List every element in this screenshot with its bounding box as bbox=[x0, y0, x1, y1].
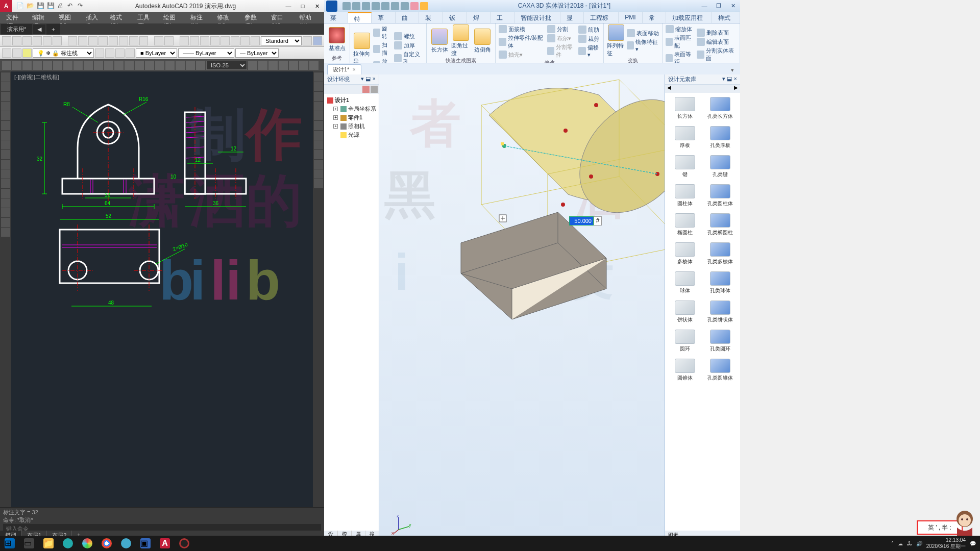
arc-tool-icon[interactable] bbox=[1, 102, 10, 111]
ribbon-tab[interactable]: 草图 bbox=[372, 12, 396, 23]
trim-tool-icon[interactable] bbox=[314, 160, 323, 169]
cx-qat-icon[interactable] bbox=[420, 2, 428, 10]
datum-point-button[interactable]: 基准点 bbox=[327, 27, 347, 52]
qat-new-icon[interactable]: 📄 bbox=[16, 2, 24, 10]
menu-item[interactable]: 参数(P) bbox=[240, 12, 267, 23]
ribbon-tab[interactable]: 焊接 bbox=[467, 12, 491, 23]
tb-icon[interactable] bbox=[289, 61, 298, 70]
minimize-button[interactable]: — bbox=[281, 1, 296, 11]
stretch-tool-icon[interactable] bbox=[314, 150, 323, 159]
extrude-wizard-button[interactable]: 拉伸向导 bbox=[353, 33, 371, 65]
pin-icon[interactable]: ▾ ⬓ bbox=[722, 76, 732, 82]
dimstyle-select[interactable]: ISO-25 bbox=[206, 61, 247, 70]
mtext-tool-icon[interactable] bbox=[1, 189, 10, 198]
tb-icon[interactable] bbox=[309, 61, 318, 70]
cx-qat-icon[interactable] bbox=[372, 2, 380, 10]
elib-nav-left-icon[interactable]: ◀ bbox=[667, 85, 671, 93]
cx-qat-icon[interactable] bbox=[401, 2, 409, 10]
region-tool-icon[interactable] bbox=[1, 169, 10, 179]
tb-icon[interactable] bbox=[180, 36, 189, 45]
tb-icon[interactable] bbox=[22, 61, 32, 70]
tb-icon[interactable] bbox=[43, 61, 52, 70]
tb-icon[interactable] bbox=[12, 36, 21, 45]
tree-root[interactable]: 设计1 bbox=[326, 96, 377, 105]
element-item[interactable]: 孔类多棱体 bbox=[703, 240, 739, 269]
donut-tool-icon[interactable] bbox=[1, 228, 10, 237]
menu-item[interactable]: 编辑(E) bbox=[28, 12, 55, 23]
ribbon-tab[interactable]: 特征 bbox=[348, 12, 372, 23]
pline-tool-icon[interactable] bbox=[1, 82, 10, 91]
sweep-button[interactable]: 扫描 bbox=[373, 41, 392, 57]
tb-icon[interactable] bbox=[303, 36, 312, 45]
autocad-task-button[interactable]: A bbox=[155, 536, 175, 551]
chrome-button[interactable] bbox=[97, 536, 116, 551]
close-panel-icon[interactable]: × bbox=[373, 76, 376, 82]
spline-tool-icon[interactable] bbox=[1, 131, 10, 140]
tree-node[interactable]: +全局坐标系 bbox=[326, 105, 377, 113]
element-item[interactable]: 椭圆柱 bbox=[667, 211, 703, 240]
elib-nav-right-icon[interactable]: ▶ bbox=[734, 85, 738, 93]
offset-button[interactable]: 偏移▾ bbox=[578, 43, 600, 59]
hatch-tool-icon[interactable] bbox=[1, 140, 10, 149]
tb-icon[interactable] bbox=[164, 36, 174, 45]
menu-item[interactable]: 视图(V) bbox=[55, 12, 81, 23]
new-tab-button[interactable]: ＋ bbox=[46, 24, 60, 35]
ribbon-tab[interactable]: 曲面 bbox=[396, 12, 420, 23]
point-tool-icon[interactable] bbox=[1, 150, 10, 159]
menu-item[interactable]: 标注(N) bbox=[186, 12, 213, 23]
tb-icon[interactable] bbox=[231, 36, 240, 45]
element-item[interactable]: 多棱体 bbox=[667, 240, 703, 269]
pin-icon[interactable]: ▾ ⬓ bbox=[361, 76, 371, 82]
tb-icon[interactable] bbox=[154, 36, 163, 45]
tb-icon[interactable] bbox=[251, 36, 260, 45]
tb-icon[interactable] bbox=[115, 48, 125, 58]
tb-icon[interactable] bbox=[125, 61, 134, 70]
layer-select[interactable]: 💡 ❄ 🔒 标注线 bbox=[33, 48, 94, 58]
mirror-tool-icon[interactable] bbox=[314, 92, 323, 101]
delete-face-button[interactable]: 删除表面 bbox=[697, 28, 737, 37]
element-item[interactable]: 孔类球体 bbox=[703, 269, 739, 298]
tree-tool-icon[interactable] bbox=[371, 86, 378, 93]
element-item[interactable]: 孔类椭圆柱 bbox=[703, 211, 739, 240]
ellipse-tool-icon[interactable] bbox=[1, 121, 10, 130]
tb-icon[interactable] bbox=[129, 36, 138, 45]
tb-icon[interactable] bbox=[95, 48, 104, 58]
ribbon-tab[interactable]: 加载应用程序 bbox=[666, 12, 712, 23]
tb-icon[interactable] bbox=[99, 36, 108, 45]
element-item[interactable]: 键 bbox=[667, 153, 703, 182]
tb-icon[interactable] bbox=[33, 61, 42, 70]
tb-icon[interactable] bbox=[279, 61, 288, 70]
shell-button[interactable]: 抽壳▾ bbox=[499, 50, 545, 59]
cx-qat-icon[interactable] bbox=[381, 2, 389, 10]
style-select[interactable]: Standard bbox=[261, 36, 302, 45]
chamfer-button[interactable]: 边倒角 bbox=[473, 29, 492, 54]
revolve-button[interactable]: 旋转 bbox=[373, 24, 392, 41]
thicken-button[interactable]: 加厚 bbox=[394, 41, 423, 50]
pattern-button[interactable]: 阵列特征 bbox=[607, 24, 625, 57]
element-item[interactable]: 长方体 bbox=[667, 95, 703, 124]
cx-qat-icon[interactable] bbox=[352, 2, 360, 10]
stretch-part-button[interactable]: 拉伸零件/装配体 bbox=[499, 34, 545, 50]
ribbon-tab[interactable]: PMI bbox=[619, 12, 642, 23]
cx-qat-icon[interactable] bbox=[410, 2, 419, 10]
tree-node[interactable]: 光源 bbox=[326, 131, 377, 139]
copy-tool-icon[interactable] bbox=[314, 82, 323, 91]
tb-icon[interactable] bbox=[258, 61, 267, 70]
record-button[interactable] bbox=[175, 536, 194, 551]
tb-icon[interactable] bbox=[12, 61, 21, 70]
close-tab-icon[interactable]: × bbox=[352, 66, 355, 72]
file-tab[interactable]: 演示用* bbox=[1, 24, 32, 35]
move-tool-icon[interactable] bbox=[314, 121, 323, 130]
tb-icon[interactable] bbox=[200, 36, 209, 45]
color-select[interactable]: ■ ByLayer bbox=[136, 48, 177, 58]
tb-icon[interactable] bbox=[88, 36, 97, 45]
tb-icon[interactable] bbox=[22, 48, 32, 58]
block-tool-icon[interactable] bbox=[1, 198, 10, 208]
drawing-canvas[interactable]: [-][俯视][二维线框] 制 作 潇 洒 的 b i l i b 3 bbox=[11, 71, 313, 507]
menu-item[interactable]: 插入(I) bbox=[82, 12, 106, 23]
rib-button[interactable]: 筋肋 bbox=[578, 25, 600, 34]
element-item[interactable]: 孔类长方体 bbox=[703, 95, 739, 124]
tb-icon[interactable] bbox=[105, 48, 114, 58]
tray-up-icon[interactable]: ˄ bbox=[891, 541, 894, 546]
ribbon-tab[interactable]: 工具 bbox=[491, 12, 514, 23]
